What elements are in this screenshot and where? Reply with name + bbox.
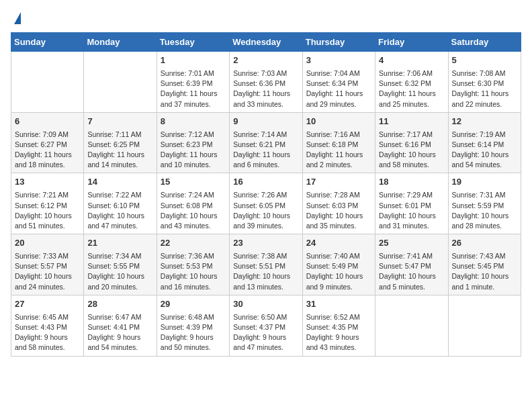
calendar-cell — [375, 295, 448, 356]
day-content: Sunrise: 7:22 AM Sunset: 6:10 PM Dayligh… — [87, 190, 152, 231]
day-of-week-header: Monday — [84, 33, 157, 52]
calendar-cell: 13Sunrise: 7:21 AM Sunset: 6:12 PM Dayli… — [11, 173, 84, 234]
day-content: Sunrise: 7:38 AM Sunset: 5:51 PM Dayligh… — [233, 251, 298, 292]
day-content: Sunrise: 7:06 AM Sunset: 6:32 PM Dayligh… — [379, 68, 444, 109]
logo-triangle-icon — [14, 12, 21, 24]
day-content: Sunrise: 7:28 AM Sunset: 6:03 PM Dayligh… — [306, 190, 371, 231]
day-number: 12 — [452, 116, 517, 128]
calendar-cell: 9Sunrise: 7:14 AM Sunset: 6:21 PM Daylig… — [230, 112, 302, 173]
day-number: 3 — [306, 54, 371, 67]
day-content: Sunrise: 6:50 AM Sunset: 4:37 PM Dayligh… — [233, 312, 298, 353]
day-content: Sunrise: 6:45 AM Sunset: 4:43 PM Dayligh… — [15, 312, 80, 353]
day-number: 8 — [161, 116, 226, 128]
day-content: Sunrise: 7:14 AM Sunset: 6:21 PM Dayligh… — [233, 130, 298, 171]
calendar-cell: 27Sunrise: 6:45 AM Sunset: 4:43 PM Dayli… — [11, 295, 84, 356]
calendar-cell: 10Sunrise: 7:16 AM Sunset: 6:18 PM Dayli… — [302, 112, 375, 173]
day-of-week-header: Saturday — [448, 33, 521, 52]
day-number: 30 — [233, 298, 298, 311]
day-content: Sunrise: 7:16 AM Sunset: 6:18 PM Dayligh… — [306, 130, 371, 171]
calendar-cell: 3Sunrise: 7:04 AM Sunset: 6:34 PM Daylig… — [302, 52, 375, 113]
day-number: 21 — [87, 237, 152, 250]
day-number: 23 — [233, 237, 298, 250]
calendar-cell: 30Sunrise: 6:50 AM Sunset: 4:37 PM Dayli… — [230, 295, 302, 356]
calendar-cell: 6Sunrise: 7:09 AM Sunset: 6:27 PM Daylig… — [11, 112, 84, 173]
calendar-cell: 25Sunrise: 7:41 AM Sunset: 5:47 PM Dayli… — [375, 234, 448, 295]
day-content: Sunrise: 7:11 AM Sunset: 6:25 PM Dayligh… — [87, 130, 152, 171]
day-number: 1 — [161, 54, 226, 67]
day-content: Sunrise: 6:47 AM Sunset: 4:41 PM Dayligh… — [87, 312, 152, 353]
day-content: Sunrise: 7:36 AM Sunset: 5:53 PM Dayligh… — [161, 251, 226, 292]
day-number: 19 — [452, 176, 517, 189]
calendar-cell — [448, 295, 521, 356]
day-content: Sunrise: 7:41 AM Sunset: 5:47 PM Dayligh… — [379, 251, 444, 292]
day-number: 4 — [379, 54, 444, 67]
day-content: Sunrise: 7:09 AM Sunset: 6:27 PM Dayligh… — [15, 130, 80, 171]
day-content: Sunrise: 7:33 AM Sunset: 5:57 PM Dayligh… — [15, 251, 80, 292]
calendar-cell: 1Sunrise: 7:01 AM Sunset: 6:39 PM Daylig… — [157, 52, 229, 113]
calendar-cell: 29Sunrise: 6:48 AM Sunset: 4:39 PM Dayli… — [157, 295, 229, 356]
day-of-week-header: Thursday — [302, 33, 375, 52]
day-content: Sunrise: 7:03 AM Sunset: 6:36 PM Dayligh… — [233, 68, 298, 109]
day-of-week-header: Wednesday — [230, 33, 302, 52]
calendar-week-row: 1Sunrise: 7:01 AM Sunset: 6:39 PM Daylig… — [11, 52, 521, 113]
calendar-cell: 28Sunrise: 6:47 AM Sunset: 4:41 PM Dayli… — [84, 295, 157, 356]
calendar-cell: 11Sunrise: 7:17 AM Sunset: 6:16 PM Dayli… — [375, 112, 448, 173]
day-of-week-header: Sunday — [11, 33, 84, 52]
day-number: 28 — [87, 298, 152, 311]
calendar-table: SundayMondayTuesdayWednesdayThursdayFrid… — [11, 32, 521, 357]
day-number: 20 — [15, 237, 80, 250]
calendar-cell: 2Sunrise: 7:03 AM Sunset: 6:36 PM Daylig… — [230, 52, 302, 113]
calendar-cell: 14Sunrise: 7:22 AM Sunset: 6:10 PM Dayli… — [84, 173, 157, 234]
day-of-week-header: Friday — [375, 33, 448, 52]
day-number: 31 — [306, 298, 371, 311]
day-number: 26 — [452, 237, 517, 250]
calendar-cell: 18Sunrise: 7:29 AM Sunset: 6:01 PM Dayli… — [375, 173, 448, 234]
calendar-cell — [84, 52, 157, 113]
calendar-cell: 17Sunrise: 7:28 AM Sunset: 6:03 PM Dayli… — [302, 173, 375, 234]
calendar-header-row: SundayMondayTuesdayWednesdayThursdayFrid… — [11, 33, 521, 52]
logo — [11, 11, 21, 24]
calendar-cell — [11, 52, 84, 113]
day-number: 29 — [161, 298, 226, 311]
day-number: 27 — [15, 298, 80, 311]
day-content: Sunrise: 7:43 AM Sunset: 5:45 PM Dayligh… — [452, 251, 517, 292]
calendar-cell: 7Sunrise: 7:11 AM Sunset: 6:25 PM Daylig… — [84, 112, 157, 173]
day-number: 17 — [306, 176, 371, 189]
day-content: Sunrise: 7:17 AM Sunset: 6:16 PM Dayligh… — [379, 130, 444, 171]
calendar-cell: 16Sunrise: 7:26 AM Sunset: 6:05 PM Dayli… — [230, 173, 302, 234]
day-content: Sunrise: 7:19 AM Sunset: 6:14 PM Dayligh… — [452, 130, 517, 171]
calendar-cell: 22Sunrise: 7:36 AM Sunset: 5:53 PM Dayli… — [157, 234, 229, 295]
page-header — [11, 11, 521, 24]
calendar-week-row: 20Sunrise: 7:33 AM Sunset: 5:57 PM Dayli… — [11, 234, 521, 295]
day-content: Sunrise: 7:34 AM Sunset: 5:55 PM Dayligh… — [87, 251, 152, 292]
calendar-cell: 31Sunrise: 6:52 AM Sunset: 4:35 PM Dayli… — [302, 295, 375, 356]
calendar-week-row: 27Sunrise: 6:45 AM Sunset: 4:43 PM Dayli… — [11, 295, 521, 356]
day-content: Sunrise: 6:52 AM Sunset: 4:35 PM Dayligh… — [306, 312, 371, 353]
calendar-cell: 23Sunrise: 7:38 AM Sunset: 5:51 PM Dayli… — [230, 234, 302, 295]
day-number: 14 — [87, 176, 152, 189]
day-content: Sunrise: 7:24 AM Sunset: 6:08 PM Dayligh… — [161, 190, 226, 231]
day-number: 5 — [452, 54, 517, 67]
calendar-cell: 5Sunrise: 7:08 AM Sunset: 6:30 PM Daylig… — [448, 52, 521, 113]
calendar-cell: 20Sunrise: 7:33 AM Sunset: 5:57 PM Dayli… — [11, 234, 84, 295]
day-number: 7 — [87, 116, 152, 128]
day-number: 18 — [379, 176, 444, 189]
day-number: 2 — [233, 54, 298, 67]
day-number: 22 — [161, 237, 226, 250]
day-number: 10 — [306, 116, 371, 128]
day-number: 13 — [15, 176, 80, 189]
day-content: Sunrise: 7:12 AM Sunset: 6:23 PM Dayligh… — [161, 130, 226, 171]
day-number: 16 — [233, 176, 298, 189]
calendar-cell: 19Sunrise: 7:31 AM Sunset: 5:59 PM Dayli… — [448, 173, 521, 234]
calendar-week-row: 13Sunrise: 7:21 AM Sunset: 6:12 PM Dayli… — [11, 173, 521, 234]
calendar-cell: 15Sunrise: 7:24 AM Sunset: 6:08 PM Dayli… — [157, 173, 229, 234]
day-content: Sunrise: 7:08 AM Sunset: 6:30 PM Dayligh… — [452, 68, 517, 109]
day-number: 11 — [379, 116, 444, 128]
calendar-cell: 4Sunrise: 7:06 AM Sunset: 6:32 PM Daylig… — [375, 52, 448, 113]
calendar-cell: 12Sunrise: 7:19 AM Sunset: 6:14 PM Dayli… — [448, 112, 521, 173]
day-content: Sunrise: 6:48 AM Sunset: 4:39 PM Dayligh… — [161, 312, 226, 353]
day-of-week-header: Tuesday — [157, 33, 229, 52]
day-content: Sunrise: 7:21 AM Sunset: 6:12 PM Dayligh… — [15, 190, 80, 231]
calendar-week-row: 6Sunrise: 7:09 AM Sunset: 6:27 PM Daylig… — [11, 112, 521, 173]
day-content: Sunrise: 7:31 AM Sunset: 5:59 PM Dayligh… — [452, 190, 517, 231]
